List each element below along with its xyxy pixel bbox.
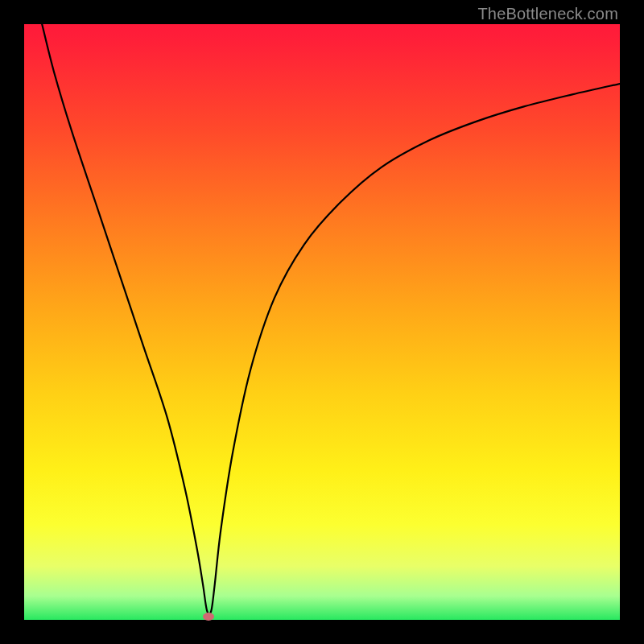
watermark-text: TheBottleneck.com — [477, 5, 618, 23]
minimum-marker — [203, 613, 214, 621]
chart-frame: TheBottleneck.com — [0, 0, 644, 644]
plot-area — [24, 24, 620, 620]
